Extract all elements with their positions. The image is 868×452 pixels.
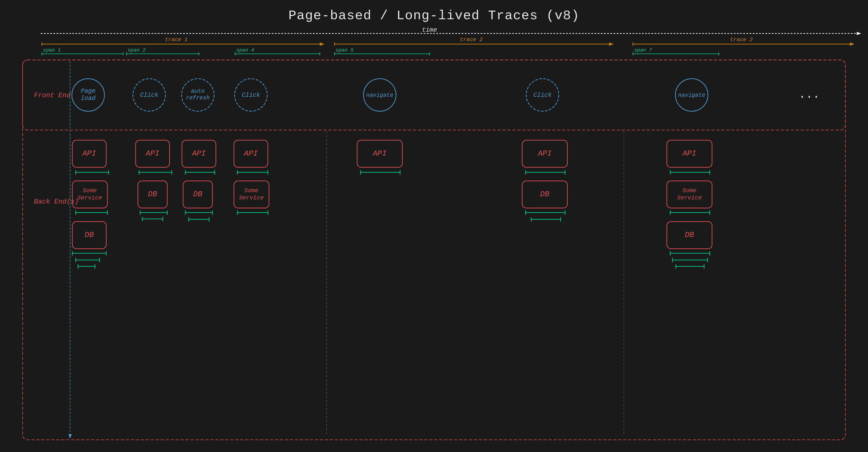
col1-db-label: DB xyxy=(85,231,94,239)
page-load-label: Page xyxy=(81,88,96,94)
col2-db-label: DB xyxy=(148,190,157,199)
auto-refresh-label: auto xyxy=(191,88,205,94)
click2-label: Click xyxy=(242,92,260,98)
click1-label: Click xyxy=(140,92,158,98)
span5-label: span 5 xyxy=(336,48,353,53)
backend-label: Back End(s) xyxy=(34,198,79,206)
navigate1-label: navigate xyxy=(366,92,393,98)
col1-service-label: Some xyxy=(83,187,97,194)
ellipsis: ... xyxy=(799,88,820,101)
col6-api-label: API xyxy=(537,149,552,158)
col7-service-label: Some xyxy=(682,187,696,194)
col4-service-label: Some xyxy=(244,187,258,194)
trace2b-label: trace 2 xyxy=(730,37,753,43)
svg-marker-2 xyxy=(320,42,324,46)
col1-api-label: API xyxy=(82,149,96,158)
span4-label: span 4 xyxy=(236,48,254,53)
timeline-vert-arrow xyxy=(68,434,72,439)
trace1-label: trace 1 xyxy=(165,37,188,43)
col5-api-label: API xyxy=(372,149,386,158)
svg-text:Service: Service xyxy=(677,194,702,201)
svg-marker-6 xyxy=(850,42,855,46)
span1-label: span 1 xyxy=(43,48,61,53)
trace2a-label: trace 2 xyxy=(460,37,483,43)
time-label: time xyxy=(422,26,437,33)
col7-api-label: API xyxy=(682,149,696,158)
col6-db-label: DB xyxy=(540,190,550,199)
frontend-label: Front End xyxy=(34,92,70,99)
span2-label: span 2 xyxy=(128,48,146,53)
svg-text:load: load xyxy=(81,95,96,102)
click3-label: Click xyxy=(533,92,552,98)
col4-api-label: API xyxy=(243,149,258,158)
svg-marker-4 xyxy=(609,42,614,46)
col2-api-label: API xyxy=(145,149,159,158)
main-border xyxy=(23,60,845,440)
time-arrow xyxy=(857,32,861,35)
diagram-title: Page-based / Long-lived Traces (v8) xyxy=(288,8,580,23)
col7-db-label: DB xyxy=(685,231,694,239)
col3-api-label: API xyxy=(191,149,206,158)
svg-text:Service: Service xyxy=(239,194,264,201)
svg-text:Service: Service xyxy=(77,194,102,201)
svg-text:refresh: refresh xyxy=(186,95,210,101)
col3-db-label: DB xyxy=(193,190,203,199)
navigate2-label: navigate xyxy=(678,92,705,98)
span7-label: span 7 xyxy=(634,48,652,53)
